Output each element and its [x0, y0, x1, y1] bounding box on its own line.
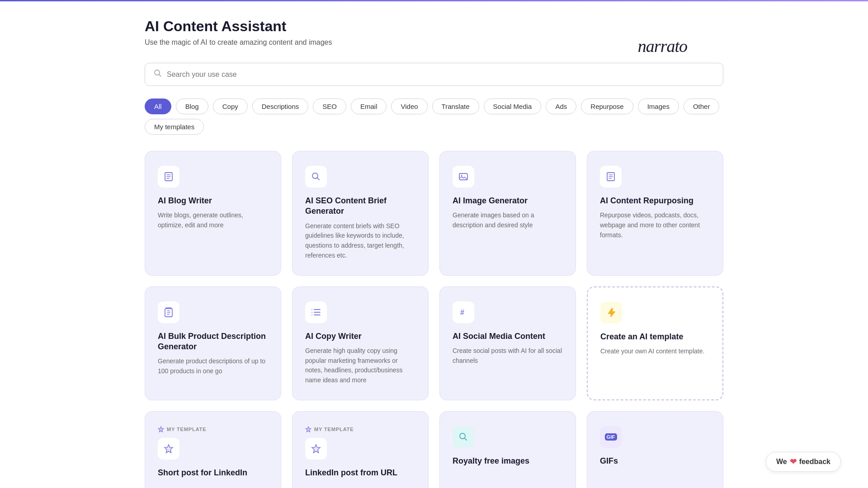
card-icon-linkedin-url — [305, 438, 327, 460]
page-subtitle: Use the magic of AI to create amazing co… — [145, 38, 723, 47]
card-title-create-template: Create an AI template — [600, 332, 710, 342]
card-title-copy-writer: AI Copy Writer — [305, 331, 415, 342]
card-title-repurposing: AI Content Repurposing — [600, 196, 710, 206]
card-icon-copy-writer — [305, 301, 327, 323]
card-icon-repurposing — [600, 166, 622, 188]
card-title-bulk-product: AI Bulk Product Description Generator — [158, 331, 268, 352]
filter-tab-descriptions[interactable]: Descriptions — [252, 99, 309, 114]
card-desc-image-gen: Generate images based on a description a… — [453, 211, 563, 230]
card-gifs[interactable]: GIF GIFs — [587, 411, 723, 488]
my-template-label: MY TEMPLATE — [305, 426, 415, 432]
page-header: AI Content Assistant Use the magic of AI… — [145, 18, 723, 47]
card-linkedin-url[interactable]: MY TEMPLATE LinkedIn post from URL — [292, 411, 429, 488]
card-desc-repurposing: Repurpose videos, podcasts, docs, webpag… — [600, 211, 710, 240]
heart-icon: ❤ — [790, 457, 797, 467]
card-title-blog-writer: AI Blog Writer — [158, 196, 268, 206]
feedback-button[interactable]: We ❤ feedback — [766, 452, 841, 472]
search-input[interactable] — [167, 70, 715, 79]
card-desc-seo-brief: Generate content briefs with SEO guideli… — [305, 221, 415, 261]
my-template-label: MY TEMPLATE — [158, 426, 268, 432]
top-bar-gradient — [0, 0, 868, 1]
svg-point-2 — [312, 173, 318, 178]
filter-tab-email[interactable]: Email — [351, 99, 387, 114]
svg-text:#: # — [460, 309, 464, 316]
card-icon-seo-brief — [305, 166, 327, 188]
search-bar — [145, 63, 723, 86]
card-desc-blog-writer: Write blogs, generate outlines, optimize… — [158, 211, 268, 230]
card-desc-bulk-product: Generate product descriptions of up to 1… — [158, 357, 268, 376]
card-linkedin-short[interactable]: MY TEMPLATE Short post for LinkedIn — [145, 411, 281, 488]
card-desc-create-template: Create your own AI content template. — [600, 347, 710, 357]
search-icon — [153, 69, 162, 80]
cards-grid: AI Blog WriterWrite blogs, generate outl… — [145, 151, 723, 488]
feedback-action-label: feedback — [799, 458, 830, 466]
svg-point-4 — [461, 175, 462, 176]
filter-tab-seo[interactable]: SEO — [313, 99, 346, 114]
filter-tab-copy[interactable]: Copy — [213, 99, 248, 114]
card-title-linkedin-short: Short post for LinkedIn — [158, 468, 268, 478]
card-repurposing[interactable]: AI Content RepurposingRepurpose videos, … — [587, 151, 723, 276]
card-royalty-images[interactable]: Royalty free images — [439, 411, 576, 488]
card-icon-royalty-images — [453, 426, 474, 448]
card-icon-gifs: GIF — [600, 426, 622, 448]
card-icon-linkedin-short — [158, 438, 179, 460]
filter-tab-my-templates[interactable]: My templates — [145, 119, 204, 135]
filter-tabs: AllBlogCopyDescriptionsSEOEmailVideoTran… — [145, 99, 723, 135]
filter-tab-blog[interactable]: Blog — [176, 99, 208, 114]
card-title-image-gen: AI Image Generator — [453, 196, 563, 206]
filter-tab-repurpose[interactable]: Repurpose — [581, 99, 633, 114]
filter-tab-other[interactable]: Other — [684, 99, 720, 114]
card-title-social-media-content: AI Social Media Content — [453, 331, 563, 342]
filter-tab-translate[interactable]: Translate — [432, 99, 479, 114]
card-image-gen[interactable]: AI Image GeneratorGenerate images based … — [439, 151, 576, 276]
filter-tab-social-media[interactable]: Social Media — [484, 99, 542, 114]
card-title-seo-brief: AI SEO Content Brief Generator — [305, 196, 415, 217]
svg-point-0 — [155, 70, 160, 75]
feedback-we-label: We — [776, 458, 787, 466]
filter-tab-ads[interactable]: Ads — [546, 99, 576, 114]
card-bulk-product[interactable]: AI Bulk Product Description GeneratorGen… — [145, 286, 281, 400]
card-copy-writer[interactable]: AI Copy WriterGenerate high quality copy… — [292, 286, 429, 400]
page-title: AI Content Assistant — [145, 18, 723, 35]
card-desc-copy-writer: Generate high quality copy using popular… — [305, 346, 415, 385]
card-title-royalty-images: Royalty free images — [453, 456, 563, 466]
card-title-linkedin-url: LinkedIn post from URL — [305, 468, 415, 478]
card-title-gifs: GIFs — [600, 456, 710, 466]
card-blog-writer[interactable]: AI Blog WriterWrite blogs, generate outl… — [145, 151, 281, 276]
card-seo-brief[interactable]: AI SEO Content Brief GeneratorGenerate c… — [292, 151, 429, 276]
filter-tab-images[interactable]: Images — [638, 99, 679, 114]
card-create-template[interactable]: Create an AI templateCreate your own AI … — [587, 286, 723, 400]
filter-tab-video[interactable]: Video — [391, 99, 427, 114]
logo: narrato — [638, 36, 687, 56]
card-icon-social-media-content: # — [453, 301, 474, 323]
card-icon-blog-writer — [158, 166, 179, 188]
card-icon-bulk-product — [158, 301, 179, 323]
card-icon-create-template — [600, 302, 622, 324]
card-desc-social-media-content: Create social posts with AI for all soci… — [453, 346, 563, 366]
card-social-media-content[interactable]: # AI Social Media ContentCreate social p… — [439, 286, 576, 400]
svg-point-7 — [460, 433, 465, 439]
card-icon-image-gen — [453, 166, 474, 188]
filter-tab-all[interactable]: All — [145, 99, 171, 114]
